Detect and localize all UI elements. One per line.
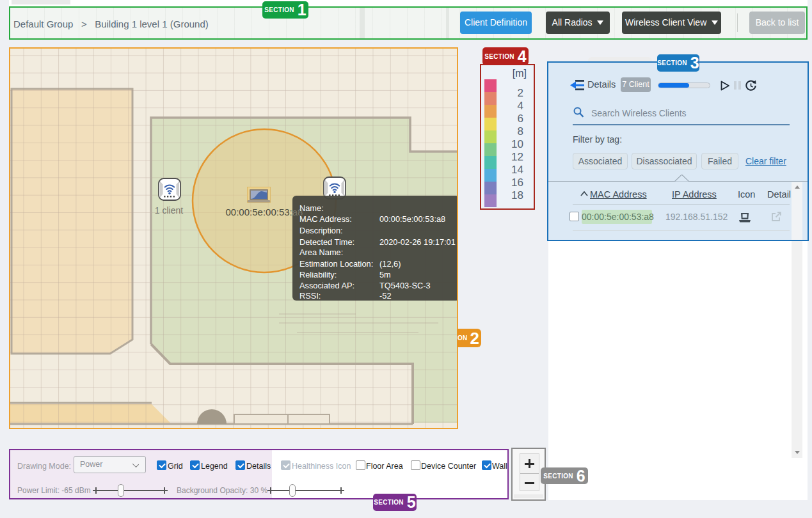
svg-text:TQ5403-SC-3: TQ5403-SC-3 xyxy=(379,281,431,290)
svg-text:Detected Time:: Detected Time: xyxy=(299,237,354,247)
svg-text:Area Name:: Area Name: xyxy=(299,247,343,257)
svg-text:Description:: Description: xyxy=(299,226,343,235)
svg-text:Name:: Name: xyxy=(299,203,324,213)
svg-text:2020-02-26 19:17:01: 2020-02-26 19:17:01 xyxy=(379,237,456,247)
svg-text:00:00:5e:00:53:a8: 00:00:5e:00:53:a8 xyxy=(226,207,303,217)
svg-text:-52: -52 xyxy=(379,291,392,301)
svg-text:5m: 5m xyxy=(379,270,391,279)
svg-text:00:00:5e:00:53:a8: 00:00:5e:00:53:a8 xyxy=(379,214,445,224)
svg-text:1 client: 1 client xyxy=(155,205,183,216)
svg-text:Associated AP:: Associated AP: xyxy=(299,281,354,290)
svg-text:RSSI:: RSSI: xyxy=(299,291,321,301)
svg-text:Reliability:: Reliability: xyxy=(299,270,337,279)
svg-text:Estimation Location:: Estimation Location: xyxy=(299,259,373,269)
svg-text:MAC Address:: MAC Address: xyxy=(299,214,352,224)
svg-text:(12,6): (12,6) xyxy=(379,259,401,269)
